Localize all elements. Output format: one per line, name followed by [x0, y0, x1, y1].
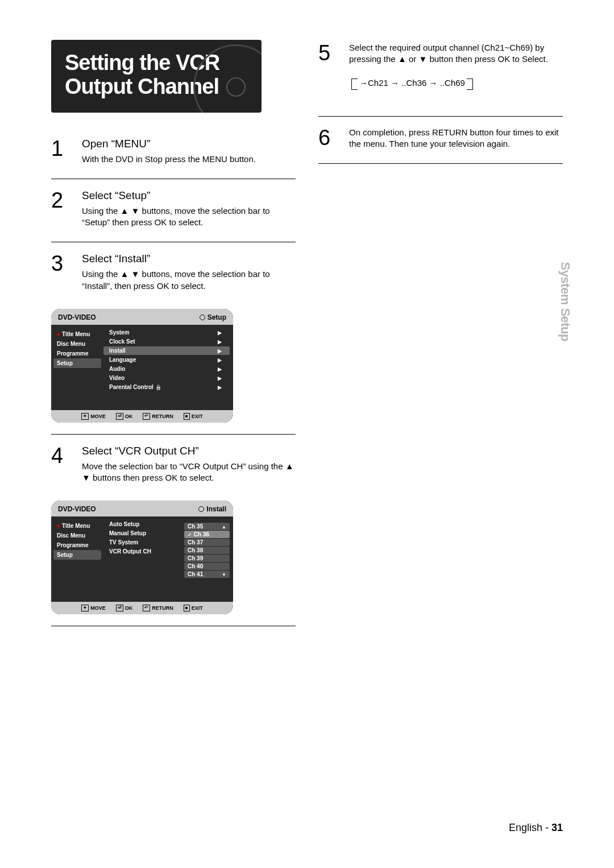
- check-icon: [188, 531, 192, 538]
- step-number: 1: [51, 138, 72, 165]
- step-number: 4: [51, 445, 72, 484]
- divider: [51, 434, 296, 435]
- chevron-right-icon: [218, 357, 222, 363]
- step-1: 1 Open “MENU” With the DVD in Stop press…: [51, 131, 296, 175]
- osd-header-right: Setup: [208, 313, 226, 321]
- section-tab: System Setup: [557, 262, 572, 342]
- dot-icon: [57, 524, 60, 527]
- chevron-right-icon: [218, 384, 222, 390]
- osd-channel-list: Ch 35 Ch 36 Ch 37 Ch 38 Ch 39 Ch 40 Ch 4…: [184, 520, 230, 598]
- osd-setup-screenshot: DVD-VIDEO Setup Title Menu Disc Menu Pro…: [51, 309, 233, 423]
- footer-language: English: [509, 822, 542, 833]
- osd-header-right: Install: [206, 505, 226, 513]
- osd-nav: Title Menu Disc Menu Programme Setup: [51, 516, 103, 602]
- step-text: Move the selection bar to “VCR Output CH…: [82, 461, 296, 484]
- step-3: 3 Select “Install” Using the ▲ ▼ buttons…: [51, 246, 296, 302]
- ring-icon: [200, 315, 205, 320]
- divider: [51, 626, 296, 626]
- step-number: 6: [318, 127, 339, 150]
- page-footer: English - 31: [509, 822, 563, 834]
- arrow-up-icon: [222, 523, 226, 530]
- osd-row-highlighted: Install: [103, 346, 230, 355]
- step-text: Using the ▲ ▼ buttons, move the selectio…: [82, 205, 296, 229]
- divider: [51, 242, 296, 242]
- step-title: Select “Install”: [82, 253, 296, 265]
- step-text: On completion, press RETURN button four …: [349, 127, 563, 150]
- osd-nav-item: Programme: [51, 349, 103, 358]
- step-title: Select “VCR Output CH”: [82, 445, 296, 457]
- step-6: 6 On completion, press RETURN button fou…: [318, 120, 563, 160]
- osd-nav: Title Menu Disc Menu Programme Setup: [51, 325, 103, 410]
- chevron-right-icon: [218, 338, 222, 345]
- chevron-right-icon: [218, 348, 222, 354]
- osd-nav-item: Title Menu: [51, 521, 103, 531]
- step-text: Select the required output channel (Ch21…: [349, 42, 563, 65]
- osd-footer: ✦MOVE ⏎OK ↶RETURN ■EXIT: [51, 602, 233, 614]
- osd-header-left: DVD-VIDEO: [58, 505, 96, 513]
- step-title: Open “MENU”: [82, 138, 296, 150]
- step-text: With the DVD in Stop press the MENU butt…: [82, 154, 296, 165]
- osd-header-left: DVD-VIDEO: [58, 313, 96, 321]
- step-number: 2: [51, 189, 72, 229]
- arrow-down-icon: [222, 571, 226, 577]
- chevron-right-icon: [218, 329, 222, 336]
- channel-sequence: →Ch21 → ..Ch36 → ..Ch69: [355, 77, 470, 89]
- osd-nav-item: Disc Menu: [51, 531, 103, 540]
- osd-nav-item-selected: Setup: [53, 550, 101, 560]
- ring-icon: [198, 506, 204, 512]
- osd-nav-item: Disc Menu: [51, 339, 103, 349]
- chevron-right-icon: [218, 375, 222, 381]
- chevron-right-icon: [218, 366, 222, 372]
- osd-main: System Clock Set Install Language Audio …: [103, 325, 233, 410]
- step-number: 5: [318, 42, 339, 89]
- osd-footer: ✦MOVE ⏎OK ↶RETURN ■EXIT: [51, 410, 233, 423]
- step-2: 2 Select “Setup” Using the ▲ ▼ buttons, …: [51, 183, 296, 239]
- page-title: Setting the VCR Output Channel: [51, 40, 262, 113]
- step-text: Using the ▲ ▼ buttons, move the selectio…: [82, 268, 296, 292]
- divider: [51, 179, 296, 179]
- dot-icon: [57, 333, 60, 336]
- divider: [318, 116, 563, 117]
- osd-install-screenshot: DVD-VIDEO Install Title Menu Disc Menu P…: [51, 501, 233, 614]
- divider: [318, 163, 563, 164]
- osd-nav-item: Title Menu: [51, 329, 103, 339]
- step-5: 5 Select the required output channel (Ch…: [318, 40, 563, 99]
- osd-main: Auto Setup Manual Setup TV System VCR Ou…: [103, 516, 233, 602]
- page-number: 31: [551, 822, 563, 833]
- step-number: 3: [51, 253, 72, 292]
- osd-nav-item: Programme: [51, 540, 103, 550]
- step-title: Select “Setup”: [82, 189, 296, 202]
- osd-nav-item-selected: Setup: [53, 358, 101, 368]
- lock-icon: [155, 384, 161, 390]
- step-4: 4 Select “VCR Output CH” Move the select…: [51, 438, 296, 494]
